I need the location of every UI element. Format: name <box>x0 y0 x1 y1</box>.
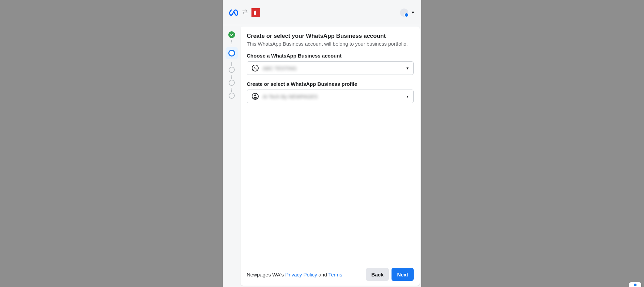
account-menu[interactable]: ▼ <box>400 9 415 17</box>
whatsapp-profile-dropdown[interactable]: AI Tech By NEWPAGES ▼ <box>247 90 414 103</box>
step-connector <box>231 75 232 79</box>
content-panel: Create or select your WhatsApp Business … <box>241 27 420 286</box>
help-icon <box>632 283 638 286</box>
back-button[interactable]: Back <box>366 268 389 281</box>
chevron-down-icon: ▼ <box>406 95 409 98</box>
page-title: Create or select your WhatsApp Business … <box>247 33 414 39</box>
content-footer: Newpages WA's Privacy Policy and Terms B… <box>241 263 420 286</box>
help-widget[interactable] <box>629 282 641 287</box>
step-connector <box>231 88 232 92</box>
next-button[interactable]: Next <box>392 268 414 281</box>
footer-prefix: Newpages WA's <box>247 272 285 277</box>
profile-field-label: Create or select a WhatsApp Business pro… <box>247 81 414 87</box>
step-2-active <box>226 47 238 59</box>
page-subtitle: This WhatsApp Business account will belo… <box>247 41 414 47</box>
step-connector <box>231 40 232 44</box>
whatsapp-account-dropdown[interactable]: ABC TESTING ▼ <box>247 61 414 75</box>
header-logos <box>229 8 260 17</box>
account-dropdown-value: ABC TESTING <box>263 65 406 71</box>
modal-header: ▼ <box>223 0 421 25</box>
terms-link[interactable]: Terms <box>328 272 342 277</box>
content-main: Create or select your WhatsApp Business … <box>241 27 420 263</box>
account-avatar-icon <box>400 9 408 17</box>
step-3-pending <box>229 67 235 73</box>
svg-point-4 <box>634 284 637 286</box>
profile-icon <box>251 92 259 100</box>
modal-container: ▼ Create or select your WhatsApp Busines… <box>223 0 421 287</box>
whatsapp-icon <box>251 64 259 72</box>
modal-body: Create or select your WhatsApp Business … <box>223 25 421 287</box>
step-5-pending <box>229 93 235 99</box>
profile-dropdown-value: AI Tech By NEWPAGES <box>263 94 406 99</box>
step-2-indicator <box>228 50 235 57</box>
footer-legal-text: Newpages WA's Privacy Policy and Terms <box>247 272 363 277</box>
chevron-down-icon: ▼ <box>411 10 415 15</box>
account-field-label: Choose a WhatsApp Business account <box>247 53 414 59</box>
partner-logo-icon <box>251 8 260 17</box>
facebook-badge-icon <box>404 13 409 17</box>
svg-point-3 <box>254 95 256 97</box>
step-4-pending <box>229 80 235 86</box>
footer-and: and <box>317 272 328 277</box>
stepper-rail <box>223 25 241 287</box>
meta-logo-icon <box>229 8 239 17</box>
privacy-policy-link[interactable]: Privacy Policy <box>285 272 317 277</box>
swap-icon <box>242 9 248 16</box>
step-1-completed <box>228 31 235 38</box>
chevron-down-icon: ▼ <box>406 66 409 70</box>
step-connector <box>231 62 232 66</box>
